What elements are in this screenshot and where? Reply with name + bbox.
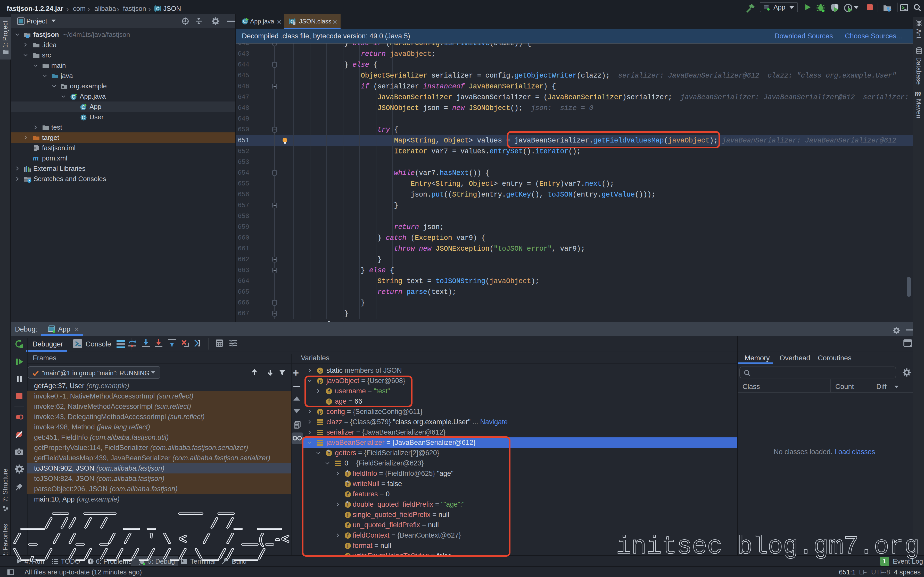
svg-text:s: s (319, 368, 321, 374)
svg-text:p: p (319, 409, 322, 415)
svg-text:C: C (156, 6, 160, 11)
svg-text:C: C (82, 114, 85, 120)
